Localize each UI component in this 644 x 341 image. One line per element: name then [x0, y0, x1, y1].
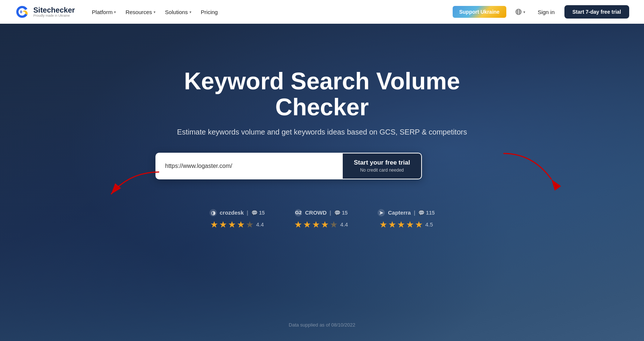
- logo-text-group: Sitechecker Proudly made in Ukraine: [33, 6, 75, 18]
- star-1: ★: [294, 219, 302, 230]
- capterra-label: Capterra: [388, 209, 411, 216]
- nav-solutions-label: Solutions: [165, 9, 188, 15]
- capterra-icon: ➤: [378, 209, 385, 216]
- g2crowd-count: 💬 15: [334, 210, 348, 216]
- solutions-chevron-icon: ▾: [189, 10, 191, 14]
- ratings-section: ◑ crozdesk | 💬 15 ★ ★ ★ ★ ★ 4.4 G2 CR: [209, 209, 435, 230]
- nav-pricing[interactable]: Pricing: [197, 7, 222, 17]
- star-3: ★: [312, 219, 320, 230]
- star-1: ★: [210, 219, 218, 230]
- capterra-stars: ★ ★ ★ ★ ★ 4.5: [379, 219, 433, 230]
- rating-capterra: ➤ Capterra | 💬 115 ★ ★ ★ ★ ★ 4.5: [378, 209, 435, 230]
- cta-sub-text: No credit card needed: [360, 168, 404, 173]
- crozdesk-header: ◑ crozdesk | 💬 15: [209, 209, 265, 216]
- nav-pricing-label: Pricing: [201, 9, 218, 15]
- g2crowd-header: G2 CROWD | 💬 15: [295, 209, 348, 216]
- star-4: ★: [406, 219, 414, 230]
- language-selector[interactable]: ▾: [512, 6, 528, 17]
- g2crowd-stars: ★ ★ ★ ★ ★ 4.4: [294, 219, 348, 230]
- rating-crozdesk: ◑ crozdesk | 💬 15 ★ ★ ★ ★ ★ 4.4: [209, 209, 265, 230]
- cta-main-text: Start your free trial: [354, 159, 410, 166]
- crozdesk-score: 4.4: [256, 221, 264, 228]
- platform-chevron-icon: ▾: [114, 10, 116, 14]
- arrow-left: [96, 168, 163, 207]
- logo[interactable]: Sitechecker Proudly made in Ukraine: [15, 4, 75, 19]
- sign-in-link[interactable]: Sign in: [534, 7, 559, 17]
- capterra-score: 4.5: [425, 221, 433, 228]
- navbar-right: Support Ukraine ▾ Sign in Start 7-day fr…: [453, 5, 629, 19]
- search-input[interactable]: [156, 153, 343, 179]
- nav-solutions[interactable]: Solutions ▾: [161, 7, 195, 17]
- crozdesk-stars: ★ ★ ★ ★ ★ 4.4: [210, 219, 264, 230]
- nav-resources[interactable]: Resources ▾: [122, 7, 159, 17]
- nav-resources-label: Resources: [125, 9, 152, 15]
- arrow-right: [500, 150, 566, 196]
- svg-point-0: [20, 10, 22, 13]
- logo-name: Sitechecker: [33, 6, 75, 14]
- star-half: ★: [321, 219, 329, 230]
- crozdesk-label: crozdesk: [220, 209, 244, 216]
- globe-chevron-icon: ▾: [523, 10, 525, 14]
- hero-title: Keyword Search Volume Checker: [155, 68, 489, 120]
- capterra-header: ➤ Capterra | 💬 115: [378, 209, 435, 216]
- rating-g2crowd: G2 CROWD | 💬 15 ★ ★ ★ ★ ★ 4.4: [294, 209, 348, 230]
- star-2: ★: [303, 219, 311, 230]
- g2crowd-label: CROWD: [305, 209, 326, 216]
- g2crowd-divider: |: [330, 209, 331, 216]
- star-2: ★: [219, 219, 227, 230]
- nav-platform[interactable]: Platform ▾: [88, 7, 120, 17]
- star-half: ★: [415, 219, 423, 230]
- crozdesk-icon: ◑: [209, 209, 217, 216]
- comment-icon-g2: 💬: [334, 210, 341, 216]
- hero-subtitle: Estimate keywords volume and get keyword…: [155, 128, 489, 136]
- nav-links: Platform ▾ Resources ▾ Solutions ▾ Prici…: [88, 7, 221, 17]
- data-supplied-text: Data supplied as of 08/10/2022: [289, 322, 355, 328]
- nav-platform-label: Platform: [92, 9, 113, 15]
- comment-icon-capterra: 💬: [418, 210, 425, 216]
- globe-icon: [515, 9, 522, 15]
- crozdesk-count: 💬 15: [251, 210, 265, 216]
- navbar-left: Sitechecker Proudly made in Ukraine Plat…: [15, 4, 221, 19]
- search-box: Start your free trial No credit card nee…: [155, 153, 422, 179]
- support-ukraine-button[interactable]: Support Ukraine: [453, 6, 506, 18]
- navbar: Sitechecker Proudly made in Ukraine Plat…: [0, 0, 644, 24]
- g2crowd-score: 4.4: [340, 221, 348, 228]
- star-3: ★: [397, 219, 405, 230]
- start-trial-button[interactable]: Start 7-day free trial: [564, 5, 630, 19]
- capterra-divider: |: [414, 209, 415, 216]
- star-3: ★: [228, 219, 236, 230]
- star-empty: ★: [246, 219, 254, 230]
- start-free-trial-button[interactable]: Start your free trial No credit card nee…: [343, 153, 421, 179]
- star-empty: ★: [330, 219, 338, 230]
- star-half: ★: [237, 219, 245, 230]
- star-1: ★: [379, 219, 388, 230]
- resources-chevron-icon: ▾: [154, 10, 155, 14]
- hero-content: Keyword Search Volume Checker Estimate k…: [155, 68, 489, 179]
- comment-icon-crozdesk: 💬: [251, 210, 258, 216]
- capterra-count: 💬 115: [418, 210, 435, 216]
- hero-section: Keyword Search Volume Checker Estimate k…: [0, 24, 644, 341]
- logo-tagline: Proudly made in Ukraine: [33, 14, 75, 18]
- crozdesk-divider: |: [247, 209, 248, 216]
- star-2: ★: [388, 219, 396, 230]
- sitechecker-logo-icon: [15, 4, 30, 19]
- g2crowd-icon: G2: [295, 209, 302, 216]
